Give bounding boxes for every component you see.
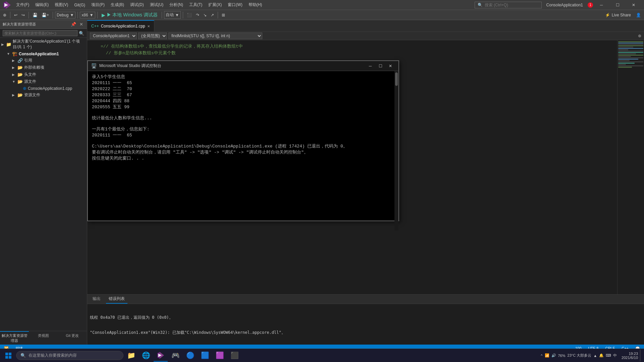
taskbar-app-misc2[interactable]: 🟪 <box>213 350 227 362</box>
console-scrollbar[interactable] <box>394 71 398 231</box>
debug-config-dropdown[interactable]: Debug ▼ <box>55 12 75 18</box>
menu-window[interactable]: 窗口(W) <box>225 1 245 8</box>
editor-tab-main-cpp[interactable]: C++ ConsoleApplication1.cpp ✕ <box>87 20 154 32</box>
taskbar-search-bar[interactable]: 🔍 在这里输入你要搜索的内容 <box>16 351 123 360</box>
systray-lang-icon[interactable]: 中 <box>613 353 617 358</box>
sources-icon: 📂 <box>17 79 23 84</box>
taskbar-app-misc1[interactable]: 🟦 <box>198 350 212 362</box>
scope-dropdown[interactable]: ConsoleApplication1 <box>90 33 137 39</box>
tree-item-headers[interactable]: ▶ 📂 头文件 <box>0 71 87 78</box>
search-box[interactable]: 🔍 <box>475 2 542 8</box>
minimize-button[interactable]: ─ <box>594 0 609 10</box>
systray-arrow-up[interactable]: ▲ <box>593 354 597 358</box>
systray-chevron-icon[interactable]: ^ <box>541 354 542 358</box>
systray-bell-icon[interactable]: 🔔 <box>599 353 604 358</box>
tree-item-solution[interactable]: ▶ 📁 解决方案'ConsoleApplication1'(1 个项目/共 1 … <box>0 38 87 51</box>
error-list-tab[interactable]: 错误列表 <box>106 295 127 304</box>
menu-test[interactable]: 测试(U) <box>147 1 166 8</box>
minimap-line <box>618 56 631 57</box>
platform-dropdown[interactable]: x86 ▼ <box>80 12 95 18</box>
attach-dropdown[interactable]: 自动 ▼ <box>164 11 181 19</box>
taskbar-app-edge[interactable]: 🌐 <box>139 350 153 362</box>
editor-tab-close-icon[interactable]: ✕ <box>147 24 150 28</box>
externaldeps-label: 外部依赖项 <box>24 65 44 70</box>
sidebar-tabs: 解决方案资源管理器 类视图 Git 更改 <box>0 331 87 345</box>
menu-extensions[interactable]: 扩展(X) <box>206 1 224 8</box>
tree-item-resources[interactable]: ▶ 📂 资源文件 <box>0 92 87 99</box>
menu-file[interactable]: 文件(F) <box>13 1 32 8</box>
tree-arrow-refs: ▶ <box>12 59 16 62</box>
tree-item-main-cpp[interactable]: ⊕ ConsoleApplication1.cpp <box>0 85 87 92</box>
svg-rect-1 <box>9 353 11 355</box>
taskbar-app-files[interactable]: 📁 <box>124 350 138 362</box>
menu-view[interactable]: 视图(V) <box>52 1 71 8</box>
output-tab[interactable]: 输出 <box>90 295 103 304</box>
maximize-button[interactable]: ☐ <box>610 0 625 10</box>
tree-item-sources[interactable]: ▼ 📂 源文件 <box>0 78 87 85</box>
menu-debug[interactable]: 调试(D) <box>127 1 147 8</box>
taskbar-app-misc3[interactable]: ⬛ <box>227 350 241 362</box>
minimap-line <box>618 52 643 53</box>
function-dropdown[interactable]: findMinlist(STU s[], STU t[], int n) <box>168 33 262 39</box>
menu-build[interactable]: 生成(B) <box>108 1 127 8</box>
separator-8 <box>218 12 218 18</box>
systray-battery[interactable]: 76% <box>558 354 566 358</box>
menu-git[interactable]: Git(G) <box>71 2 88 8</box>
console-maximize-button[interactable]: ☐ <box>376 62 385 70</box>
console-minimize-button[interactable]: ─ <box>366 62 375 70</box>
separator-5 <box>97 12 98 18</box>
pin-icon[interactable]: 📌 <box>70 21 77 27</box>
taskbar-clock[interactable]: 19:23 2021/6/10 <box>620 352 639 360</box>
close-button[interactable]: ✕ <box>626 0 641 10</box>
tree-item-refs[interactable]: ▶ 🔗 引用 <box>0 57 87 64</box>
sidebar-search-input[interactable] <box>3 30 77 36</box>
bottom-area: 输出 错误列表 线程 0x4a70 已退出，返回值为 0 (0x0)。 "Con… <box>87 294 644 345</box>
systray-weather[interactable]: 23°C 大部多云 <box>568 353 592 358</box>
save-button[interactable]: 💾 <box>31 12 39 18</box>
systray-network-icon[interactable]: 📶 <box>545 353 549 358</box>
add-tab-icon[interactable]: ⊕ <box>638 34 641 38</box>
breakpoint-button[interactable]: ⬛ <box>185 12 194 18</box>
tree-item-project[interactable]: ▼ 🏗️ ConsoleApplication1 <box>0 51 87 57</box>
systray-keyboard-icon[interactable]: ⌨ <box>606 353 611 358</box>
menu-tools[interactable]: 工具(T) <box>186 1 205 8</box>
systray-sound-icon[interactable]: 🔊 <box>551 353 556 358</box>
step-into-button[interactable]: ↘ <box>202 12 208 18</box>
menu-help[interactable]: 帮助(H) <box>246 1 265 8</box>
taskbar-app-ie[interactable]: 🔵 <box>183 350 197 362</box>
sidebar-tab-git[interactable]: Git 更改 <box>58 331 87 345</box>
console-scroll-thumb[interactable] <box>395 72 398 86</box>
step-out-button[interactable]: ↗ <box>209 12 216 18</box>
live-share-button[interactable]: ⚡ Live Share <box>602 12 634 18</box>
console-window[interactable]: 🖥️ Microsoft Visual Studio 调试控制台 ─ ☐ ✕ 录… <box>87 60 399 221</box>
sidebar-tab-class[interactable]: 类视图 <box>29 331 58 345</box>
search-icon: 🔍 <box>478 3 483 7</box>
show-desktop-button[interactable] <box>640 350 643 362</box>
editor-tabs: C++ ConsoleApplication1.cpp ✕ <box>87 20 644 32</box>
range-dropdown[interactable]: (全局范围) <box>138 33 167 39</box>
taskbar-app-steam[interactable]: 🎮 <box>168 350 182 362</box>
taskbar-app-vs[interactable] <box>154 350 168 362</box>
start-button[interactable] <box>1 350 15 362</box>
save-all-button[interactable]: 💾+ <box>40 12 51 18</box>
menu-analyze[interactable]: 分析(N) <box>167 1 186 8</box>
step-over-button[interactable]: ↷ <box>194 12 201 18</box>
menu-edit[interactable]: 编辑(E) <box>33 1 51 8</box>
sidebar-tab-solution[interactable]: 解决方案资源管理器 <box>0 331 29 345</box>
undo-button[interactable]: ↩ <box>12 12 19 18</box>
menu-project[interactable]: 项目(P) <box>89 1 107 8</box>
solution-label: 解决方案'ConsoleApplication1'(1 个项目/共 1 个) <box>13 39 84 50</box>
redo-button[interactable]: ↪ <box>20 12 26 18</box>
sidebar-search[interactable]: 🔍 <box>0 29 87 38</box>
misc-button-1[interactable]: ⊞ <box>220 12 227 18</box>
close-sidebar-icon[interactable]: ✕ <box>78 21 84 27</box>
console-win-controls: ─ ☐ ✕ <box>366 62 395 70</box>
search-input[interactable] <box>485 3 532 7</box>
tree-item-externaldeps[interactable]: ▶ 📂 外部依赖项 <box>0 64 87 71</box>
run-button[interactable]: ▶ ▶ 本地 Windows 调试器 <box>100 11 160 19</box>
account-button[interactable]: 👤 <box>634 12 643 18</box>
new-project-button[interactable]: ⊕ <box>1 12 8 18</box>
bottom-tabs: 输出 错误列表 <box>87 295 644 304</box>
console-close-button[interactable]: ✕ <box>386 62 395 70</box>
notification-badge[interactable]: 1 <box>588 2 593 8</box>
